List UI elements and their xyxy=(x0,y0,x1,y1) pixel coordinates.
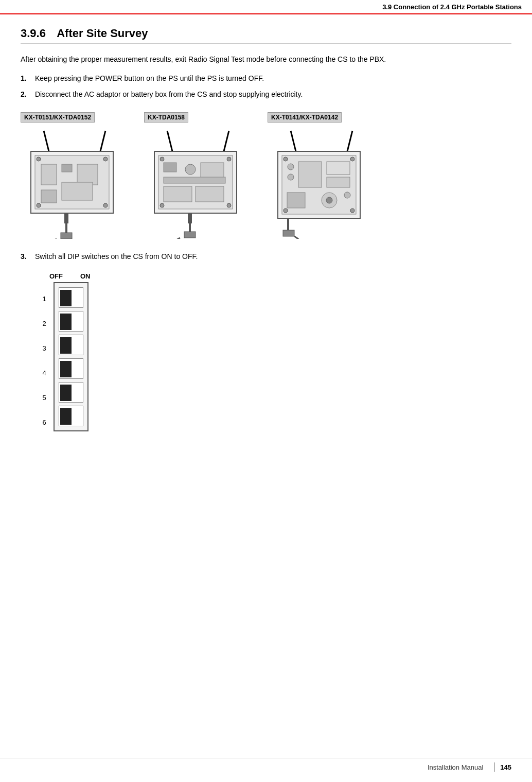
device-label-1: KX-T0151/KX-TDA0152 xyxy=(21,112,95,123)
svg-rect-24 xyxy=(164,163,176,172)
device-label-3: KX-T0141/KX-TDA0142 xyxy=(268,112,342,123)
intro-paragraph: After obtaining the proper measurement r… xyxy=(21,54,511,65)
dip-switch-1 xyxy=(59,287,83,308)
footer: Installation Manual 145 xyxy=(0,758,532,772)
device-block-3: KX-T0141/KX-TDA0142 xyxy=(268,112,370,239)
svg-point-22 xyxy=(160,203,164,207)
svg-rect-51 xyxy=(283,230,294,236)
dip-num-4: 4 xyxy=(39,360,49,385)
svg-point-37 xyxy=(283,157,288,161)
svg-rect-11 xyxy=(41,190,57,203)
dip-num-5: 5 xyxy=(39,385,49,410)
step-1-text: Keep pressing the POWER button on the PS… xyxy=(35,73,264,84)
svg-rect-12 xyxy=(62,182,93,200)
svg-line-16 xyxy=(167,131,172,151)
dip-num-3: 3 xyxy=(39,336,49,360)
svg-rect-45 xyxy=(327,177,350,187)
header-bar: 3.9 Connection of 2.4 GHz Portable Stati… xyxy=(0,0,532,14)
svg-point-23 xyxy=(227,203,231,207)
svg-point-20 xyxy=(160,157,164,161)
section-title: After Site Survey xyxy=(57,27,148,40)
svg-rect-46 xyxy=(287,193,305,208)
svg-rect-8 xyxy=(41,164,57,185)
svg-line-0 xyxy=(44,131,49,151)
dip-switch-4 xyxy=(59,358,83,379)
dip-switch-3 xyxy=(59,335,83,355)
svg-rect-10 xyxy=(77,164,98,185)
step-2-num: 2. xyxy=(21,89,35,100)
svg-rect-28 xyxy=(164,186,192,202)
main-content: 3.9.6 After Site Survey After obtaining … xyxy=(0,14,532,465)
svg-point-40 xyxy=(350,208,354,213)
svg-line-33 xyxy=(291,131,296,151)
section-number: 3.9.6 xyxy=(21,27,46,40)
svg-rect-27 xyxy=(164,177,225,183)
section-heading: 3.9.6 After Site Survey xyxy=(21,27,511,44)
svg-point-6 xyxy=(37,203,41,207)
device-diagram-1 xyxy=(21,126,123,239)
svg-point-39 xyxy=(283,208,288,213)
svg-point-7 xyxy=(103,203,108,207)
step-3-num: 3. xyxy=(21,251,35,262)
dip-switch-row-4 xyxy=(59,357,83,380)
svg-point-4 xyxy=(37,157,41,161)
svg-rect-30 xyxy=(188,213,192,223)
footer-label: Installation Manual xyxy=(428,763,483,771)
svg-point-48 xyxy=(326,197,332,203)
svg-point-49 xyxy=(344,192,350,198)
dip-num-2: 2 xyxy=(39,311,49,336)
svg-point-42 xyxy=(288,174,294,180)
svg-point-38 xyxy=(350,157,354,161)
step-2: 2. Disconnect the AC adaptor or battery … xyxy=(21,89,511,100)
dip-switch-row-6 xyxy=(59,405,83,427)
svg-rect-15 xyxy=(61,233,72,239)
device-block-2: KX-TDA0158 xyxy=(144,112,247,239)
dip-switch-row-3 xyxy=(59,334,83,356)
step-2-text: Disconnect the AC adaptor or battery box… xyxy=(35,89,303,100)
svg-rect-29 xyxy=(196,186,224,202)
svg-point-5 xyxy=(103,157,108,161)
header-title: 3.9 Connection of 2.4 GHz Portable Stati… xyxy=(382,3,522,11)
svg-rect-26 xyxy=(201,163,224,178)
dip-switch-5 xyxy=(59,382,83,403)
svg-line-17 xyxy=(224,131,229,151)
device-diagram-2 xyxy=(144,126,247,239)
dip-container: 1 2 3 4 5 6 xyxy=(39,282,511,435)
device-block-1: KX-T0151/KX-TDA0152 xyxy=(21,112,123,239)
step-1: 1. Keep pressing the POWER button on the… xyxy=(21,73,511,84)
dip-switch-row-1 xyxy=(59,286,83,309)
dip-on-label: ON xyxy=(80,272,91,280)
devices-row: KX-T0151/KX-TDA0152 xyxy=(21,112,511,239)
footer-page: 145 xyxy=(500,763,511,771)
svg-line-34 xyxy=(347,131,352,151)
svg-point-25 xyxy=(185,164,196,175)
svg-line-1 xyxy=(100,131,105,151)
device-label-2: KX-TDA0158 xyxy=(144,112,188,123)
dip-switch-6 xyxy=(59,406,83,426)
dip-switch-row-2 xyxy=(59,310,83,333)
dip-switch-row-5 xyxy=(59,381,83,404)
dip-numbers: 1 2 3 4 5 6 xyxy=(39,286,49,435)
svg-rect-9 xyxy=(62,164,72,172)
footer-divider xyxy=(494,762,495,772)
svg-rect-32 xyxy=(184,232,196,238)
dip-num-6: 6 xyxy=(39,410,49,435)
svg-point-41 xyxy=(288,164,294,170)
dip-box xyxy=(54,282,88,431)
svg-rect-13 xyxy=(64,213,68,223)
step-3: 3. Switch all DIP switches on the CS fro… xyxy=(21,251,511,262)
svg-rect-43 xyxy=(298,162,322,187)
svg-point-21 xyxy=(227,157,231,161)
dip-section: OFF ON 1 2 3 4 5 6 xyxy=(21,272,511,435)
step-1-num: 1. xyxy=(21,73,35,84)
step-3-text: Switch all DIP switches on the CS from O… xyxy=(35,251,198,262)
device-diagram-3 xyxy=(268,126,370,239)
svg-rect-44 xyxy=(327,162,350,175)
dip-switch-2 xyxy=(59,311,83,332)
dip-off-label: OFF xyxy=(49,272,80,280)
dip-num-1: 1 xyxy=(39,286,49,311)
